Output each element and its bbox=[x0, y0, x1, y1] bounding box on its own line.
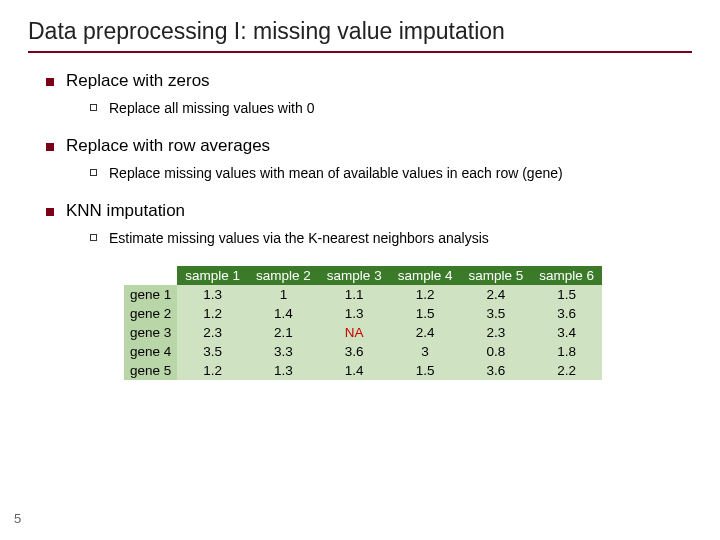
cell: 1.3 bbox=[319, 304, 390, 323]
bullet-knn: KNN imputation bbox=[46, 201, 692, 221]
table-row: gene 2 1.2 1.4 1.3 1.5 3.5 3.6 bbox=[124, 304, 602, 323]
cell: 1.4 bbox=[319, 361, 390, 380]
cell: 3.6 bbox=[531, 304, 602, 323]
table-row: gene 4 3.5 3.3 3.6 3 0.8 1.8 bbox=[124, 342, 602, 361]
row-header: gene 2 bbox=[124, 304, 177, 323]
cell: 1.2 bbox=[177, 304, 248, 323]
subbullet-text: Replace missing values with mean of avai… bbox=[109, 164, 563, 183]
subbullet-text: Estimate missing values via the K-neares… bbox=[109, 229, 489, 248]
slide: Data preprocessing I: missing value impu… bbox=[0, 0, 720, 380]
cell: 3.6 bbox=[319, 342, 390, 361]
col-header: sample 1 bbox=[177, 266, 248, 285]
cell: 3.5 bbox=[177, 342, 248, 361]
cell: 2.2 bbox=[531, 361, 602, 380]
cell: 1.4 bbox=[248, 304, 319, 323]
page-title: Data preprocessing I: missing value impu… bbox=[28, 18, 692, 45]
cell: 1.1 bbox=[319, 285, 390, 304]
subbullet-knn: Estimate missing values via the K-neares… bbox=[90, 229, 692, 248]
cell: 3.6 bbox=[460, 361, 531, 380]
hollow-square-icon bbox=[90, 104, 97, 111]
hollow-square-icon bbox=[90, 234, 97, 241]
bullet-label: KNN imputation bbox=[66, 201, 185, 221]
cell: 1.2 bbox=[390, 285, 461, 304]
cell: 3.5 bbox=[460, 304, 531, 323]
col-header: sample 3 bbox=[319, 266, 390, 285]
row-header: gene 5 bbox=[124, 361, 177, 380]
table-corner bbox=[124, 266, 177, 285]
bullet-label: Replace with row averages bbox=[66, 136, 270, 156]
subbullet-text: Replace all missing values with 0 bbox=[109, 99, 314, 118]
table-row: gene 5 1.2 1.3 1.4 1.5 3.6 2.2 bbox=[124, 361, 602, 380]
cell: 1.2 bbox=[177, 361, 248, 380]
col-header: sample 6 bbox=[531, 266, 602, 285]
cell: 2.3 bbox=[460, 323, 531, 342]
cell: 1.3 bbox=[248, 361, 319, 380]
hollow-square-icon bbox=[90, 169, 97, 176]
cell: 3.3 bbox=[248, 342, 319, 361]
subbullet-row-averages: Replace missing values with mean of avai… bbox=[90, 164, 692, 183]
row-header: gene 1 bbox=[124, 285, 177, 304]
cell: 2.3 bbox=[177, 323, 248, 342]
table-row: gene 3 2.3 2.1 NA 2.4 2.3 3.4 bbox=[124, 323, 602, 342]
cell: 1.5 bbox=[390, 361, 461, 380]
table-row: gene 1 1.3 1 1.1 1.2 2.4 1.5 bbox=[124, 285, 602, 304]
cell: 1 bbox=[248, 285, 319, 304]
cell: 3 bbox=[390, 342, 461, 361]
table-header-row: sample 1 sample 2 sample 3 sample 4 samp… bbox=[124, 266, 602, 285]
col-header: sample 5 bbox=[460, 266, 531, 285]
bullet-row-averages: Replace with row averages bbox=[46, 136, 692, 156]
square-bullet-icon bbox=[46, 143, 54, 151]
cell: 1.8 bbox=[531, 342, 602, 361]
cell: 2.1 bbox=[248, 323, 319, 342]
cell: 2.4 bbox=[390, 323, 461, 342]
page-number: 5 bbox=[14, 511, 21, 526]
cell: 1.5 bbox=[531, 285, 602, 304]
subbullet-replace-zeros: Replace all missing values with 0 bbox=[90, 99, 692, 118]
col-header: sample 4 bbox=[390, 266, 461, 285]
row-header: gene 4 bbox=[124, 342, 177, 361]
data-table-wrap: sample 1 sample 2 sample 3 sample 4 samp… bbox=[124, 266, 692, 380]
title-rule bbox=[28, 51, 692, 53]
bullet-replace-zeros: Replace with zeros bbox=[46, 71, 692, 91]
gene-table: sample 1 sample 2 sample 3 sample 4 samp… bbox=[124, 266, 602, 380]
cell: 2.4 bbox=[460, 285, 531, 304]
row-header: gene 3 bbox=[124, 323, 177, 342]
cell: 1.3 bbox=[177, 285, 248, 304]
cell: 1.5 bbox=[390, 304, 461, 323]
cell-na: NA bbox=[319, 323, 390, 342]
cell: 0.8 bbox=[460, 342, 531, 361]
cell: 3.4 bbox=[531, 323, 602, 342]
square-bullet-icon bbox=[46, 208, 54, 216]
square-bullet-icon bbox=[46, 78, 54, 86]
bullet-label: Replace with zeros bbox=[66, 71, 210, 91]
col-header: sample 2 bbox=[248, 266, 319, 285]
